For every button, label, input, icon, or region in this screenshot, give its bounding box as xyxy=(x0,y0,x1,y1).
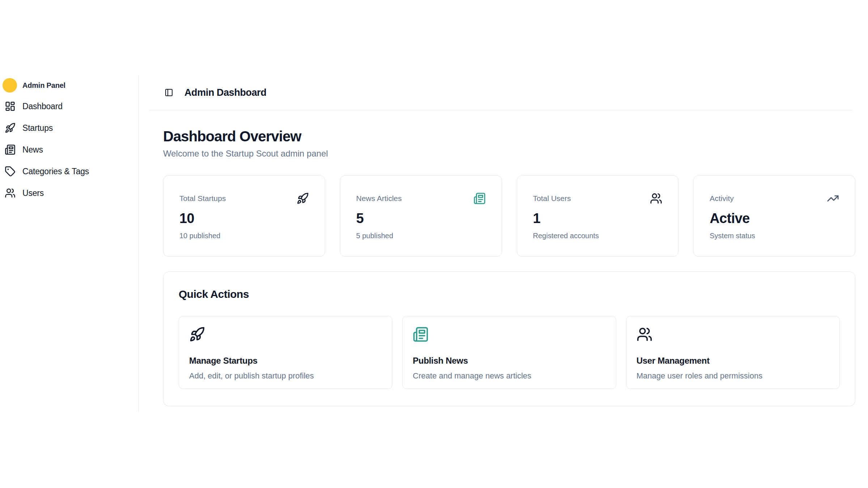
newspaper-icon xyxy=(5,144,16,155)
sidebar-item-news[interactable]: News xyxy=(0,139,139,160)
action-card-description: Add, edit, or publish startup profiles xyxy=(189,371,382,381)
action-card-user-management[interactable]: User ManagementManage user roles and per… xyxy=(626,316,840,389)
brand-logo xyxy=(3,78,17,93)
dashboard-content: Dashboard Overview Welcome to the Startu… xyxy=(139,110,868,406)
newspaper-icon xyxy=(473,192,486,205)
quick-actions-title: Quick Actions xyxy=(179,288,840,301)
stat-card-total-users: Total Users1Registered accounts xyxy=(517,175,679,257)
header: Admin Dashboard xyxy=(139,75,868,110)
sidebar-item-dashboard[interactable]: Dashboard xyxy=(0,95,139,117)
page-title: Admin Dashboard xyxy=(184,87,267,98)
rocket-icon xyxy=(297,192,309,205)
sidebar: Admin Panel DashboardStartupsNewsCategor… xyxy=(0,75,139,412)
stat-card-head: News Articles xyxy=(356,192,486,205)
stat-card-value: 10 xyxy=(179,210,309,226)
rocket-icon xyxy=(5,123,16,133)
admin-app: Admin Panel DashboardStartupsNewsCategor… xyxy=(0,75,868,412)
users-icon xyxy=(5,188,16,198)
sidebar-item-label: Startups xyxy=(22,123,53,133)
stat-card-sub: System status xyxy=(710,231,839,240)
stat-card-value: 5 xyxy=(356,210,486,226)
newspaper-icon xyxy=(413,326,429,342)
layout-dashboard-icon xyxy=(5,101,16,112)
sidebar-item-label: Categories & Tags xyxy=(22,167,89,176)
users-icon xyxy=(637,326,652,342)
overview-title: Dashboard Overview xyxy=(163,128,855,145)
brand: Admin Panel xyxy=(0,75,139,95)
sidebar-item-startups[interactable]: Startups xyxy=(0,117,139,139)
sidebar-item-label: Users xyxy=(22,188,44,198)
stat-card-value: Active xyxy=(710,210,839,226)
action-card-description: Manage user roles and permissions xyxy=(637,371,829,381)
sidebar-item-categories-tags[interactable]: Categories & Tags xyxy=(0,160,139,182)
stat-card-head: Total Startups xyxy=(179,192,309,205)
stat-card-activity: ActivityActiveSystem status xyxy=(693,175,855,257)
sidebar-item-users[interactable]: Users xyxy=(0,182,139,204)
stat-card-label: Activity xyxy=(710,194,734,203)
stat-card-label: Total Users xyxy=(533,194,571,203)
action-card-publish-news[interactable]: Publish NewsCreate and manage news artic… xyxy=(402,316,616,389)
users-icon xyxy=(650,192,662,205)
quick-actions-grid: Manage StartupsAdd, edit, or publish sta… xyxy=(179,316,840,389)
brand-label: Admin Panel xyxy=(22,81,65,90)
stat-card-label: News Articles xyxy=(356,194,402,203)
trending-up-icon xyxy=(827,192,839,205)
action-card-title: Publish News xyxy=(413,355,605,366)
overview-subtitle: Welcome to the Startup Scout admin panel xyxy=(163,148,855,159)
action-card-title: Manage Startups xyxy=(189,355,382,366)
stat-card-sub: Registered accounts xyxy=(533,231,663,240)
sidebar-item-label: Dashboard xyxy=(22,102,63,111)
panel-left-icon[interactable] xyxy=(165,88,173,97)
action-card-manage-startups[interactable]: Manage StartupsAdd, edit, or publish sta… xyxy=(179,316,392,389)
stat-card-news-articles: News Articles55 published xyxy=(340,175,502,257)
sidebar-item-label: News xyxy=(22,145,43,155)
action-card-title: User Management xyxy=(637,355,829,366)
stat-card-head: Total Users xyxy=(533,192,663,205)
stat-card-head: Activity xyxy=(710,192,839,205)
main-area: Admin Dashboard Dashboard Overview Welco… xyxy=(139,75,868,412)
rocket-icon xyxy=(189,326,205,342)
stat-card-total-startups: Total Startups1010 published xyxy=(163,175,325,257)
action-card-description: Create and manage news articles xyxy=(413,371,605,381)
stat-card-sub: 10 published xyxy=(179,231,309,240)
sidebar-nav: DashboardStartupsNewsCategories & TagsUs… xyxy=(0,95,139,204)
stats-row: Total Startups1010 publishedNews Article… xyxy=(163,175,855,257)
tag-icon xyxy=(5,166,16,177)
quick-actions-panel: Quick Actions Manage StartupsAdd, edit, … xyxy=(163,271,855,406)
stat-card-sub: 5 published xyxy=(356,231,486,240)
stat-card-label: Total Startups xyxy=(179,194,226,203)
stat-card-value: 1 xyxy=(533,210,663,226)
